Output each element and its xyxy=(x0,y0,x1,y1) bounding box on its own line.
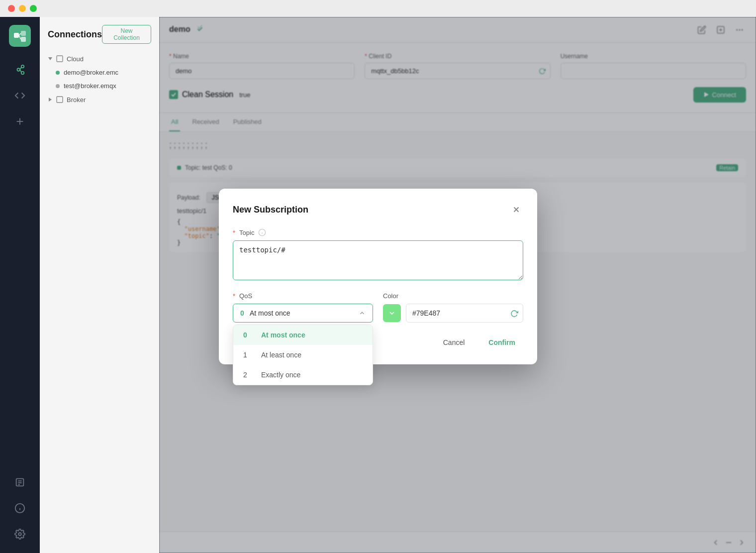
connection-test-label: test@broker.emqx xyxy=(64,82,116,90)
status-dot-offline xyxy=(56,84,60,88)
svg-point-27 xyxy=(737,29,738,30)
add-connection-icon[interactable] xyxy=(714,23,727,36)
refresh-icon[interactable] xyxy=(539,66,546,75)
topic-label: * Topic xyxy=(233,228,523,236)
color-refresh-icon[interactable] xyxy=(510,309,518,318)
qos-selected-num: 0 xyxy=(240,309,244,317)
sidebar-item-log[interactable] xyxy=(9,471,31,493)
tab-received[interactable]: Received xyxy=(190,113,221,131)
chevron-down-icon xyxy=(388,309,396,317)
svg-line-3 xyxy=(19,33,21,35)
username-input[interactable] xyxy=(561,63,746,79)
connections-title: Connections xyxy=(48,29,102,40)
svg-point-7 xyxy=(21,72,24,75)
svg-marker-20 xyxy=(48,57,52,60)
color-field-wrapper: #79E487 xyxy=(383,304,523,323)
sidebar-item-info[interactable] xyxy=(9,497,31,519)
sidebar-item-connections[interactable] xyxy=(9,59,31,81)
folder-broker-label: Broker xyxy=(67,96,86,104)
qos-selected-label: At most once xyxy=(250,309,290,317)
modal-header: New Subscription xyxy=(233,203,523,217)
modal-close-button[interactable] xyxy=(509,203,523,217)
qos-num-2: 2 xyxy=(243,371,253,379)
sidebar-item-scripting[interactable] xyxy=(9,85,31,107)
name-input[interactable] xyxy=(169,63,355,79)
clean-session-label: Clean Session xyxy=(182,90,233,99)
svg-line-9 xyxy=(20,70,21,72)
svg-line-8 xyxy=(20,67,21,70)
qos-label-2: Exactly once xyxy=(261,371,300,379)
tab-published[interactable]: Published xyxy=(231,113,264,131)
payload-label: Payload: xyxy=(177,194,200,201)
qos-select-wrapper: 0 At most once 0 At most once 1 xyxy=(233,304,373,323)
topic-bar: Topic: test QoS: 0 xyxy=(185,164,232,171)
svg-line-4 xyxy=(19,35,21,39)
svg-point-5 xyxy=(17,68,20,71)
client-id-input[interactable] xyxy=(365,63,550,79)
cancel-button[interactable]: Cancel xyxy=(435,334,473,350)
sidebar-item-add[interactable] xyxy=(9,111,31,132)
connection-demo[interactable]: demo@broker.emc xyxy=(44,66,155,79)
qos-select-display[interactable]: 0 At most once xyxy=(233,304,373,323)
topic-input[interactable]: testtopic/# xyxy=(233,240,523,280)
bottom-bar xyxy=(159,532,756,553)
maximize-button[interactable] xyxy=(30,5,37,12)
dash-icon[interactable] xyxy=(724,538,733,547)
clean-session-checkbox[interactable] xyxy=(169,90,178,99)
svg-rect-2 xyxy=(21,37,26,42)
client-id-label: * Client ID xyxy=(365,53,550,60)
folder-broker[interactable]: Broker xyxy=(44,93,155,107)
qos-option-0[interactable]: 0 At most once xyxy=(233,325,373,345)
color-label: Color xyxy=(383,292,523,300)
tab-all[interactable]: All xyxy=(169,113,180,131)
svg-rect-21 xyxy=(57,56,63,62)
semis-display: ;;;;;;;;; xyxy=(169,140,746,150)
qos-option-1[interactable]: 1 At least once xyxy=(233,345,373,365)
minimize-button[interactable] xyxy=(19,5,26,12)
connect-button[interactable]: Connect xyxy=(693,87,746,103)
sidebar xyxy=(0,17,40,553)
qos-num-0: 0 xyxy=(243,331,253,339)
new-collection-button[interactable]: New Collection xyxy=(102,25,151,44)
folder-cloud-label: Cloud xyxy=(67,55,84,63)
color-input[interactable]: #79E487 xyxy=(406,304,523,323)
window-chrome xyxy=(0,0,756,17)
app-logo xyxy=(9,25,31,47)
topic-field: * Topic testtopic/# xyxy=(233,228,523,282)
forward-icon[interactable] xyxy=(737,538,746,547)
topic-info-icon xyxy=(258,228,266,236)
svg-point-19 xyxy=(18,533,21,536)
tree-group: Cloud demo@broker.emc test@broker.emqx B… xyxy=(40,52,159,107)
confirm-button[interactable]: Confirm xyxy=(480,334,523,350)
close-button[interactable] xyxy=(8,5,15,12)
qos-num-1: 1 xyxy=(243,351,253,359)
connection-test[interactable]: test@broker.emqx xyxy=(44,79,155,93)
svg-point-28 xyxy=(739,29,740,30)
clean-session-group: Clean Session true xyxy=(169,90,251,99)
svg-marker-22 xyxy=(49,98,52,102)
svg-marker-30 xyxy=(704,92,709,97)
qos-option-2[interactable]: 2 Exactly once xyxy=(233,365,373,385)
main-header: demo xyxy=(159,17,756,43)
name-label: * Name xyxy=(169,53,355,60)
more-icon[interactable] xyxy=(733,23,746,36)
edit-icon[interactable] xyxy=(695,23,708,36)
topic-required-star: * xyxy=(233,229,235,236)
back-icon[interactable] xyxy=(711,538,720,547)
qos-label-0: At most once xyxy=(261,331,305,339)
retain-badge: Retain xyxy=(716,164,738,171)
connection-form: * Name * Client ID Username xyxy=(159,43,756,113)
color-field: Color #79E487 xyxy=(383,292,523,323)
qos-color-row: * QoS 0 At most once 0 xyxy=(233,292,523,323)
svg-point-6 xyxy=(21,65,24,68)
qos-dropdown: 0 At most once 1 At least once 2 Exactly… xyxy=(233,325,373,385)
color-swatch-button[interactable] xyxy=(383,304,401,322)
status-dot-online xyxy=(56,71,60,75)
qos-field: * QoS 0 At most once 0 xyxy=(233,292,373,323)
svg-point-29 xyxy=(742,29,743,30)
folder-cloud[interactable]: Cloud xyxy=(44,52,155,66)
clean-session-value: true xyxy=(239,91,250,99)
svg-rect-1 xyxy=(21,31,26,36)
sidebar-item-settings[interactable] xyxy=(9,523,31,545)
qos-label: * QoS xyxy=(233,292,373,300)
